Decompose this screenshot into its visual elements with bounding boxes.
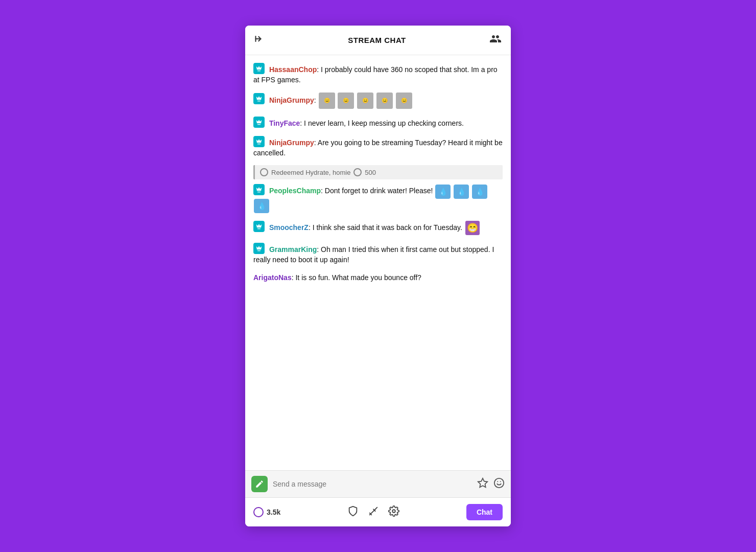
badge-ninjagrumpy-1	[253, 93, 265, 104]
shield-icon[interactable]	[347, 505, 359, 519]
coin-icon	[260, 168, 268, 176]
badge-ninjagrumpy-2	[253, 136, 265, 147]
emote-face-3: 😐	[357, 93, 373, 109]
redemption-points: 500	[365, 169, 376, 176]
chat-header: STREAM CHAT	[245, 26, 511, 55]
svg-point-10	[392, 510, 395, 513]
bits-icon[interactable]	[477, 477, 488, 491]
pencil-icon	[251, 476, 268, 492]
message-text-3: : I never learn, I keep messing up check…	[300, 119, 464, 127]
message-1: HassaanChop: I probably could have 360 n…	[253, 62, 503, 85]
username-grammarking[interactable]: GrammarKing	[269, 245, 317, 254]
chat-footer: 3.5k Cha	[245, 497, 511, 526]
message-colon-2: :	[314, 96, 318, 104]
message-8: ArigatoNas: It is so fun. What made you …	[253, 272, 503, 283]
emote-water-3: 💧	[472, 185, 487, 199]
badge-smoocherz	[253, 221, 265, 232]
badge-grammarking	[253, 243, 265, 254]
username-peopleschamp[interactable]: PeoplesChamp	[269, 187, 321, 195]
emote-water-1: 💧	[435, 185, 451, 199]
emote-face-5: 😐	[396, 93, 412, 109]
sword-icon[interactable]	[368, 505, 379, 519]
username-ninjagrumpy-2[interactable]: NinjaGrumpy	[269, 139, 314, 147]
settings-icon[interactable]	[388, 505, 399, 519]
svg-marker-2	[478, 478, 487, 487]
header-title: STREAM CHAT	[348, 36, 406, 44]
emote-water-2: 💧	[454, 185, 469, 199]
users-icon[interactable]	[489, 33, 502, 48]
svg-line-7	[375, 507, 377, 509]
username-arigatonas[interactable]: ArigatoNas	[253, 273, 292, 282]
emote-water-4: 💧	[254, 199, 269, 213]
redemption-text: Redeemed Hydrate, homie	[271, 169, 350, 176]
badge-peopleschamp	[253, 184, 265, 195]
username-tinyface[interactable]: TinyFace	[269, 119, 300, 127]
chat-button[interactable]: Chat	[466, 504, 503, 520]
footer-icons	[347, 505, 399, 519]
username-ninjagrumpy-1[interactable]: NinjaGrumpy	[269, 96, 314, 104]
redemption-bar: Redeemed Hydrate, homie 500	[253, 165, 503, 179]
message-4: NinjaGrumpy: Are you going to be streami…	[253, 135, 503, 158]
message-5: PeoplesChamp: Dont forget to drink water…	[253, 183, 503, 213]
viewer-count: 3.5k	[253, 507, 280, 517]
emote-face-2: 😐	[338, 93, 354, 109]
input-actions	[477, 477, 505, 491]
coin-icon-2	[353, 168, 362, 176]
emote-face-4: 😐	[376, 93, 393, 109]
message-3: TinyFace: I never learn, I keep messing …	[253, 116, 503, 128]
emote-icon[interactable]	[493, 477, 505, 491]
message-text-5: : Dont forget to drink water! Please!	[321, 187, 435, 195]
message-text-8: : It is so fun. What made you bounce off…	[292, 273, 421, 282]
message-input[interactable]	[273, 480, 472, 488]
message-text-6: : I think she said that it was back on f…	[309, 223, 464, 232]
collapse-icon[interactable]	[254, 34, 265, 47]
badge-tinyface	[253, 117, 265, 128]
emote-purple-1: 😁	[465, 221, 480, 235]
username-hassaanchop[interactable]: HassaanChop	[269, 65, 317, 74]
messages-area: HassaanChop: I probably could have 360 n…	[245, 55, 511, 470]
svg-point-3	[494, 478, 504, 487]
emote-face-1: 😐	[319, 93, 335, 109]
message-6: SmoocherZ: I think she said that it was …	[253, 220, 503, 235]
message-7: GrammarKing: Oh man I tried this when it…	[253, 242, 503, 265]
username-smoocherz[interactable]: SmoocherZ	[269, 223, 309, 232]
message-2: NinjaGrumpy: 😐 😐 😐 😐 😐	[253, 93, 503, 109]
viewer-count-icon	[253, 507, 264, 517]
badge-hassaanchop	[253, 63, 265, 74]
viewer-count-text: 3.5k	[267, 508, 280, 516]
message-input-area	[245, 470, 511, 497]
chat-panel: STREAM CHAT HassaanChop: I probably coul…	[245, 26, 511, 526]
